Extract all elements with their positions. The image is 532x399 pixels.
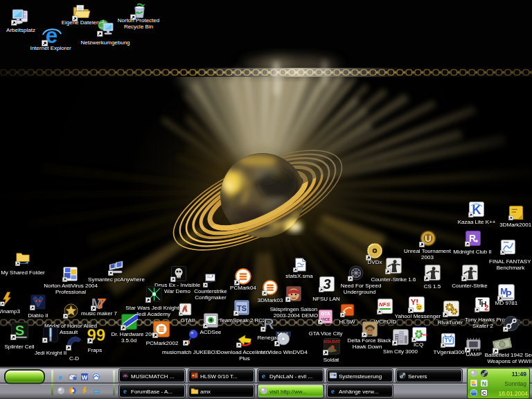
svg-text:U: U	[425, 233, 431, 244]
svg-text:GTA: GTA	[321, 311, 330, 316]
svg-text:SOLDAT: SOLDAT	[323, 339, 340, 344]
svg-text:NFS: NFS	[379, 301, 391, 308]
svg-text:P: P	[506, 289, 512, 299]
svg-text:e: e	[262, 371, 265, 380]
svg-text:3: 3	[323, 276, 330, 292]
svg-text:e: e	[59, 373, 62, 381]
svg-text:R: R	[469, 233, 476, 244]
svg-text:W: W	[82, 374, 88, 381]
svg-text:e: e	[123, 387, 127, 395]
svg-text:7: 7	[96, 294, 106, 311]
svg-text:S: S	[15, 323, 25, 338]
svg-text:N: N	[482, 380, 487, 387]
svg-text:PRO: PRO	[421, 333, 427, 337]
svg-text:Y!: Y!	[411, 298, 418, 306]
svg-text:2: 2	[484, 303, 488, 312]
svg-text:TV: TV	[445, 337, 452, 344]
svg-text:e: e	[331, 387, 335, 395]
